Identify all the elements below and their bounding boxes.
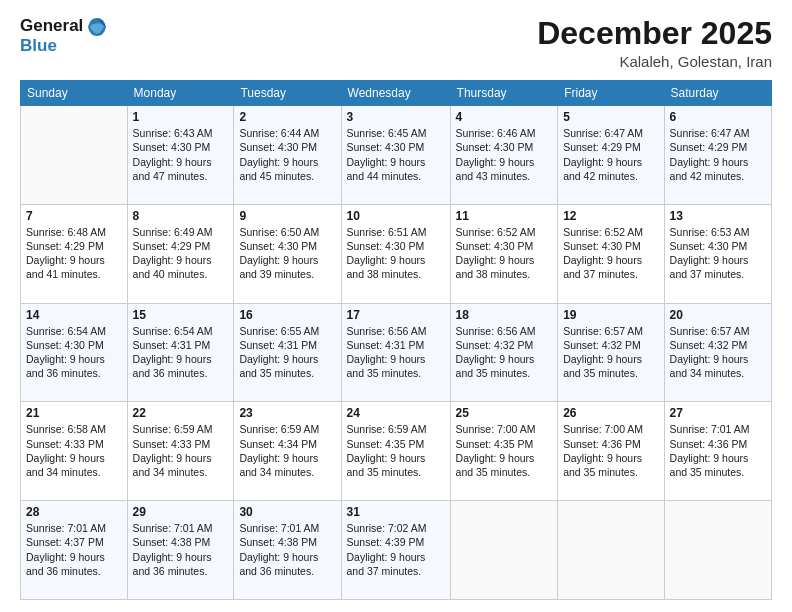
day-number: 28 [26, 505, 122, 519]
day-number: 5 [563, 110, 658, 124]
calendar-cell: 23Sunrise: 6:59 AMSunset: 4:34 PMDayligh… [234, 402, 341, 501]
day-number: 24 [347, 406, 445, 420]
day-number: 1 [133, 110, 229, 124]
calendar-cell: 5Sunrise: 6:47 AMSunset: 4:29 PMDaylight… [558, 106, 664, 205]
calendar-cell [450, 501, 558, 600]
day-info: Sunrise: 6:50 AMSunset: 4:30 PMDaylight:… [239, 225, 335, 282]
day-info: Sunrise: 6:54 AMSunset: 4:31 PMDaylight:… [133, 324, 229, 381]
calendar-cell: 27Sunrise: 7:01 AMSunset: 4:36 PMDayligh… [664, 402, 771, 501]
day-number: 19 [563, 308, 658, 322]
day-number: 16 [239, 308, 335, 322]
calendar-cell: 15Sunrise: 6:54 AMSunset: 4:31 PMDayligh… [127, 303, 234, 402]
day-number: 25 [456, 406, 553, 420]
day-info: Sunrise: 6:58 AMSunset: 4:33 PMDaylight:… [26, 422, 122, 479]
day-info: Sunrise: 7:01 AMSunset: 4:38 PMDaylight:… [133, 521, 229, 578]
day-number: 6 [670, 110, 766, 124]
calendar-cell: 13Sunrise: 6:53 AMSunset: 4:30 PMDayligh… [664, 204, 771, 303]
calendar-cell: 10Sunrise: 6:51 AMSunset: 4:30 PMDayligh… [341, 204, 450, 303]
day-info: Sunrise: 6:59 AMSunset: 4:35 PMDaylight:… [347, 422, 445, 479]
day-info: Sunrise: 6:59 AMSunset: 4:34 PMDaylight:… [239, 422, 335, 479]
calendar-cell: 29Sunrise: 7:01 AMSunset: 4:38 PMDayligh… [127, 501, 234, 600]
day-number: 3 [347, 110, 445, 124]
weekday-wednesday: Wednesday [341, 81, 450, 106]
location-title: Kalaleh, Golestan, Iran [537, 53, 772, 70]
day-info: Sunrise: 6:53 AMSunset: 4:30 PMDaylight:… [670, 225, 766, 282]
calendar-cell: 17Sunrise: 6:56 AMSunset: 4:31 PMDayligh… [341, 303, 450, 402]
calendar-cell: 19Sunrise: 6:57 AMSunset: 4:32 PMDayligh… [558, 303, 664, 402]
calendar-cell: 4Sunrise: 6:46 AMSunset: 4:30 PMDaylight… [450, 106, 558, 205]
calendar-cell: 26Sunrise: 7:00 AMSunset: 4:36 PMDayligh… [558, 402, 664, 501]
day-info: Sunrise: 6:54 AMSunset: 4:30 PMDaylight:… [26, 324, 122, 381]
calendar-week-5: 28Sunrise: 7:01 AMSunset: 4:37 PMDayligh… [21, 501, 772, 600]
day-info: Sunrise: 6:47 AMSunset: 4:29 PMDaylight:… [563, 126, 658, 183]
day-number: 7 [26, 209, 122, 223]
day-info: Sunrise: 6:57 AMSunset: 4:32 PMDaylight:… [670, 324, 766, 381]
day-info: Sunrise: 7:02 AMSunset: 4:39 PMDaylight:… [347, 521, 445, 578]
calendar-week-2: 7Sunrise: 6:48 AMSunset: 4:29 PMDaylight… [21, 204, 772, 303]
day-info: Sunrise: 6:56 AMSunset: 4:32 PMDaylight:… [456, 324, 553, 381]
day-info: Sunrise: 6:46 AMSunset: 4:30 PMDaylight:… [456, 126, 553, 183]
weekday-friday: Friday [558, 81, 664, 106]
calendar-cell: 11Sunrise: 6:52 AMSunset: 4:30 PMDayligh… [450, 204, 558, 303]
day-info: Sunrise: 6:52 AMSunset: 4:30 PMDaylight:… [563, 225, 658, 282]
day-info: Sunrise: 7:00 AMSunset: 4:35 PMDaylight:… [456, 422, 553, 479]
calendar-cell: 30Sunrise: 7:01 AMSunset: 4:38 PMDayligh… [234, 501, 341, 600]
calendar-cell: 12Sunrise: 6:52 AMSunset: 4:30 PMDayligh… [558, 204, 664, 303]
day-number: 22 [133, 406, 229, 420]
calendar-cell: 24Sunrise: 6:59 AMSunset: 4:35 PMDayligh… [341, 402, 450, 501]
day-number: 14 [26, 308, 122, 322]
day-number: 13 [670, 209, 766, 223]
day-info: Sunrise: 6:49 AMSunset: 4:29 PMDaylight:… [133, 225, 229, 282]
calendar-cell: 1Sunrise: 6:43 AMSunset: 4:30 PMDaylight… [127, 106, 234, 205]
calendar-cell: 3Sunrise: 6:45 AMSunset: 4:30 PMDaylight… [341, 106, 450, 205]
day-number: 11 [456, 209, 553, 223]
day-number: 17 [347, 308, 445, 322]
day-info: Sunrise: 6:52 AMSunset: 4:30 PMDaylight:… [456, 225, 553, 282]
day-number: 30 [239, 505, 335, 519]
logo-icon [86, 16, 108, 38]
calendar-cell: 28Sunrise: 7:01 AMSunset: 4:37 PMDayligh… [21, 501, 128, 600]
month-title: December 2025 [537, 16, 772, 51]
weekday-monday: Monday [127, 81, 234, 106]
calendar-table: SundayMondayTuesdayWednesdayThursdayFrid… [20, 80, 772, 600]
title-block: December 2025 Kalaleh, Golestan, Iran [537, 16, 772, 70]
day-number: 20 [670, 308, 766, 322]
calendar-week-4: 21Sunrise: 6:58 AMSunset: 4:33 PMDayligh… [21, 402, 772, 501]
day-number: 10 [347, 209, 445, 223]
weekday-sunday: Sunday [21, 81, 128, 106]
calendar-cell: 14Sunrise: 6:54 AMSunset: 4:30 PMDayligh… [21, 303, 128, 402]
calendar-week-1: 1Sunrise: 6:43 AMSunset: 4:30 PMDaylight… [21, 106, 772, 205]
day-info: Sunrise: 7:01 AMSunset: 4:38 PMDaylight:… [239, 521, 335, 578]
logo-blue: Blue [20, 36, 108, 56]
calendar-cell [664, 501, 771, 600]
day-number: 29 [133, 505, 229, 519]
day-number: 8 [133, 209, 229, 223]
calendar-cell: 20Sunrise: 6:57 AMSunset: 4:32 PMDayligh… [664, 303, 771, 402]
day-info: Sunrise: 7:00 AMSunset: 4:36 PMDaylight:… [563, 422, 658, 479]
day-number: 9 [239, 209, 335, 223]
calendar-week-3: 14Sunrise: 6:54 AMSunset: 4:30 PMDayligh… [21, 303, 772, 402]
logo: General Blue [20, 16, 108, 56]
weekday-header-row: SundayMondayTuesdayWednesdayThursdayFrid… [21, 81, 772, 106]
calendar-cell: 7Sunrise: 6:48 AMSunset: 4:29 PMDaylight… [21, 204, 128, 303]
day-number: 31 [347, 505, 445, 519]
day-number: 27 [670, 406, 766, 420]
day-number: 4 [456, 110, 553, 124]
day-info: Sunrise: 6:43 AMSunset: 4:30 PMDaylight:… [133, 126, 229, 183]
day-info: Sunrise: 6:48 AMSunset: 4:29 PMDaylight:… [26, 225, 122, 282]
weekday-saturday: Saturday [664, 81, 771, 106]
calendar-cell: 2Sunrise: 6:44 AMSunset: 4:30 PMDaylight… [234, 106, 341, 205]
calendar-cell [21, 106, 128, 205]
day-number: 26 [563, 406, 658, 420]
calendar-cell [558, 501, 664, 600]
day-info: Sunrise: 6:47 AMSunset: 4:29 PMDaylight:… [670, 126, 766, 183]
header: General Blue December 2025 Kalaleh, Gole… [20, 16, 772, 70]
day-info: Sunrise: 6:51 AMSunset: 4:30 PMDaylight:… [347, 225, 445, 282]
day-info: Sunrise: 6:56 AMSunset: 4:31 PMDaylight:… [347, 324, 445, 381]
day-number: 15 [133, 308, 229, 322]
day-number: 12 [563, 209, 658, 223]
day-number: 2 [239, 110, 335, 124]
logo-text: General [20, 16, 108, 38]
calendar-cell: 8Sunrise: 6:49 AMSunset: 4:29 PMDaylight… [127, 204, 234, 303]
weekday-tuesday: Tuesday [234, 81, 341, 106]
